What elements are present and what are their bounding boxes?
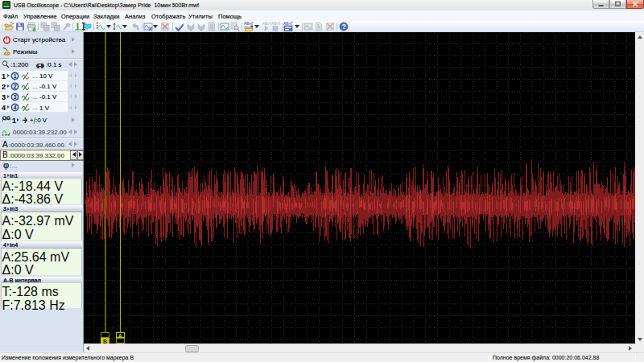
svg-text:ΑΒ+Γ: ΑΒ+Γ	[271, 22, 280, 26]
svg-text:1: 1	[84, 198, 87, 205]
svg-text:ΑΒ+Γ: ΑΒ+Γ	[283, 22, 293, 26]
svg-text:1: 1	[14, 72, 17, 80]
svg-text:?: ?	[341, 23, 346, 31]
svg-text:2: 2	[14, 83, 17, 90]
svg-text:ΑΒ+Γ: ΑΒ+Γ	[244, 22, 254, 26]
svg-text:3: 3	[14, 93, 17, 101]
svg-text:A: A	[118, 333, 122, 339]
